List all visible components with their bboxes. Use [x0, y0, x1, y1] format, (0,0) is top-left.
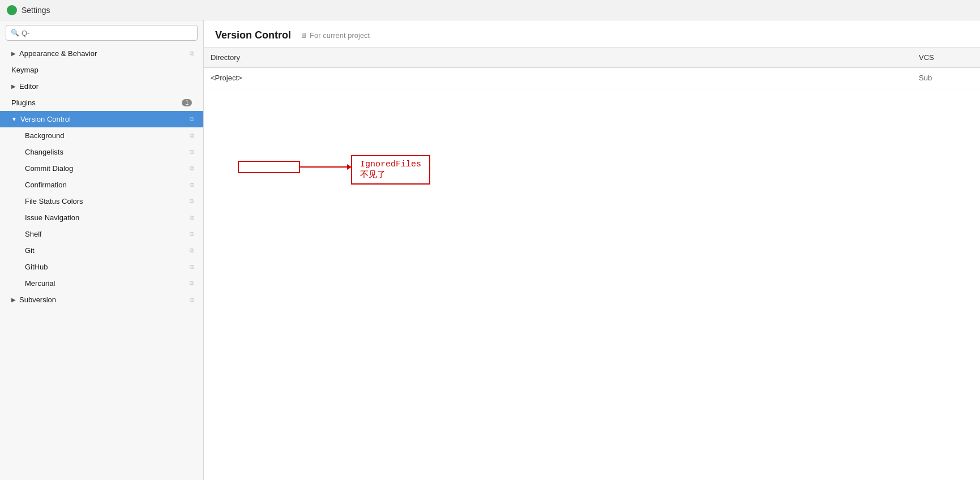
annotation-arrow [300, 166, 351, 168]
copy-icon: ⧉ [190, 230, 194, 238]
sidebar-item-issue-navigation[interactable]: Issue Navigation ⧉ [0, 209, 203, 226]
sidebar-item-label: Shelf [25, 230, 42, 238]
search-box[interactable]: 🔍 [6, 25, 198, 41]
copy-icon: ⧉ [190, 214, 194, 221]
copy-icon: ⧉ [190, 50, 194, 57]
sidebar-item-label: Subversion [19, 295, 56, 304]
chevron-right-icon: ▶ [11, 83, 16, 89]
table-row: <Project> Sub [204, 68, 980, 88]
sidebar: 🔍 ▶ Appearance & Behavior ⧉ Keymap ▶ Edi… [0, 20, 204, 480]
cell-directory: <Project> [204, 71, 912, 84]
sidebar-item-label: Commit Dialog [25, 164, 73, 173]
sidebar-item-label: Background [25, 131, 64, 140]
chevron-right-icon: ▶ [11, 50, 16, 57]
sidebar-item-file-status-colors[interactable]: File Status Colors ⧉ [0, 193, 203, 209]
copy-icon: ⧉ [190, 165, 194, 172]
sidebar-item-label: Editor [19, 82, 38, 91]
copy-icon: ⧉ [190, 247, 194, 254]
sidebar-item-label: Plugins [11, 98, 36, 107]
app-logo [7, 5, 17, 15]
sidebar-item-mercurial[interactable]: Mercurial ⧉ [0, 275, 203, 292]
copy-icon: ⧉ [190, 132, 194, 139]
sidebar-item-changelists[interactable]: Changelists ⧉ [0, 144, 203, 160]
sidebar-item-subversion[interactable]: ▶ Subversion ⧉ [0, 292, 203, 308]
sidebar-item-shelf[interactable]: Shelf ⧉ [0, 226, 203, 242]
sidebar-item-editor[interactable]: ▶ Editor [0, 78, 203, 95]
content-header: Version Control 🖥 For current project [204, 20, 980, 48]
sidebar-item-keymap[interactable]: Keymap [0, 62, 203, 78]
copy-icon: ⧉ [190, 263, 194, 271]
sidebar-item-confirmation[interactable]: Confirmation ⧉ [0, 177, 203, 193]
sidebar-item-commit-dialog[interactable]: Commit Dialog ⧉ [0, 160, 203, 177]
sidebar-item-plugins[interactable]: Plugins 1 [0, 95, 203, 111]
project-icon: 🖥 [300, 32, 307, 40]
app-title: Settings [22, 6, 50, 15]
sidebar-item-version-control[interactable]: ▼ Version Control ⧉ [0, 111, 203, 127]
sidebar-item-label: Keymap [11, 66, 38, 74]
sidebar-item-label: Mercurial [25, 279, 55, 288]
for-current-project-label: For current project [310, 31, 370, 40]
column-vcs: VCS [912, 51, 980, 64]
copy-icon: ⧉ [190, 115, 194, 123]
main-layout: 🔍 ▶ Appearance & Behavior ⧉ Keymap ▶ Edi… [0, 20, 980, 480]
sidebar-item-appearance[interactable]: ▶ Appearance & Behavior ⧉ [0, 45, 203, 62]
sidebar-item-label: File Status Colors [25, 197, 83, 205]
red-highlight-box [238, 161, 300, 173]
copy-icon: ⧉ [190, 280, 194, 287]
sidebar-item-git[interactable]: Git ⧉ [0, 242, 203, 259]
plugins-badge: 1 [182, 99, 192, 106]
sidebar-item-label: Issue Navigation [25, 213, 79, 222]
for-current-project: 🖥 For current project [300, 31, 370, 40]
sidebar-item-background[interactable]: Background ⧉ [0, 127, 203, 144]
table-area: Directory VCS <Project> Sub IgnoredFiles… [204, 48, 980, 480]
sidebar-item-label: Confirmation [25, 181, 67, 189]
copy-icon: ⧉ [190, 181, 194, 188]
table-header: Directory VCS [204, 48, 980, 68]
sidebar-item-label: GitHub [25, 263, 48, 271]
cell-vcs: Sub [912, 71, 980, 84]
copy-icon: ⧉ [190, 148, 194, 156]
annotation-text-box: IgnoredFiles 不见了 [351, 155, 430, 185]
search-icon: 🔍 [11, 29, 19, 37]
sidebar-item-label: Changelists [25, 148, 63, 156]
copy-icon: ⧉ [190, 296, 194, 303]
column-directory: Directory [204, 51, 912, 64]
content-area: Version Control 🖥 For current project Di… [204, 20, 980, 480]
copy-icon: ⧉ [190, 198, 194, 205]
annotation-text: IgnoredFiles 不见了 [360, 160, 421, 180]
sidebar-item-github[interactable]: GitHub ⧉ [0, 259, 203, 275]
sidebar-item-label: Version Control [20, 115, 71, 123]
chevron-right-icon: ▶ [11, 297, 16, 303]
title-bar: Settings [0, 0, 980, 20]
sidebar-item-label: Git [25, 246, 35, 255]
page-title: Version Control [215, 29, 291, 41]
sidebar-item-label: Appearance & Behavior [19, 49, 97, 58]
search-input[interactable] [22, 29, 192, 37]
chevron-down-icon: ▼ [11, 116, 17, 122]
